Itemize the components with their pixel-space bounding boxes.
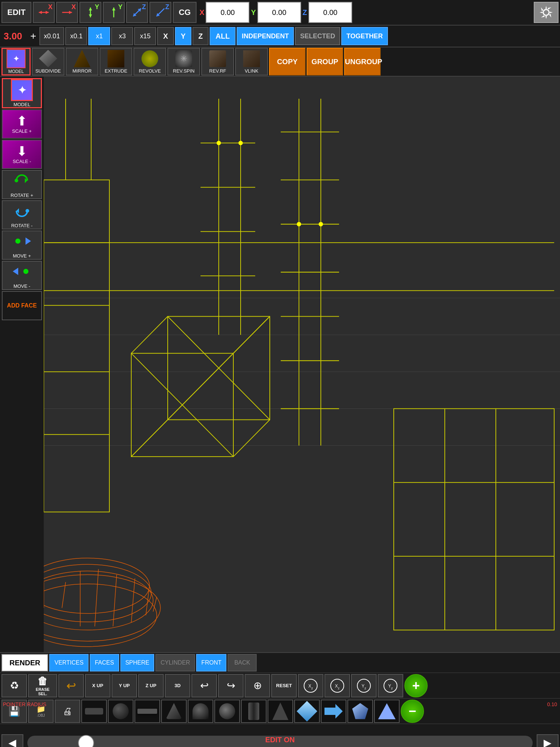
extrude-button[interactable]: EXTRUDE bbox=[100, 48, 132, 76]
move-plus-label: MOVE + bbox=[13, 253, 31, 259]
nav-right-button[interactable]: ▶ bbox=[537, 734, 559, 747]
viewport[interactable] bbox=[44, 77, 560, 652]
vlink-label: VLINK bbox=[245, 68, 258, 74]
copy-button[interactable]: COPY bbox=[269, 48, 306, 76]
mult-x01-button[interactable]: x0.1 bbox=[65, 27, 87, 45]
rotate-minus-button[interactable]: ROTATE - bbox=[2, 200, 42, 229]
value-plus-button[interactable]: + bbox=[28, 30, 38, 43]
shape-triangle-up-button[interactable] bbox=[374, 700, 400, 723]
shape-diamond-blue-button[interactable] bbox=[294, 700, 320, 723]
shape-sphere-black-button[interactable] bbox=[108, 700, 133, 723]
y-up-button[interactable]: Y UP bbox=[112, 674, 137, 697]
shape-cone-dark-button[interactable] bbox=[268, 700, 293, 723]
y-coord-input[interactable] bbox=[257, 2, 301, 23]
front-button[interactable]: FRONT bbox=[196, 654, 226, 671]
mirror-label: MIRROR bbox=[73, 68, 92, 74]
y-axis-pos-button[interactable]: Y bbox=[103, 2, 125, 23]
erase-sel-button[interactable]: 🗑 ERASESEL. bbox=[28, 674, 57, 697]
cg-button[interactable]: CG bbox=[173, 2, 197, 23]
green-minus-button[interactable]: − bbox=[401, 700, 424, 723]
add-face-label: ADD FACE bbox=[7, 302, 37, 309]
vlink-button[interactable]: VLINK bbox=[235, 48, 268, 76]
vertices-button[interactable]: VERTICES bbox=[49, 654, 89, 671]
shape-flat2-button[interactable] bbox=[135, 700, 160, 723]
mirror-button[interactable]: MIRROR bbox=[66, 48, 98, 76]
axis-y-button[interactable]: Y bbox=[175, 27, 191, 45]
settings-button[interactable] bbox=[534, 2, 559, 23]
print-button[interactable]: 🖨 bbox=[55, 700, 80, 723]
shape-cone-side-button[interactable] bbox=[161, 700, 187, 723]
svg-text:Yz: Yz bbox=[362, 684, 366, 690]
axis-x-button[interactable]: X bbox=[157, 27, 174, 45]
z-up-button[interactable]: Z UP bbox=[138, 674, 164, 697]
group-button[interactable]: GROUP bbox=[307, 48, 343, 76]
mult-x3-button[interactable]: x3 bbox=[111, 27, 133, 45]
move-cross-button[interactable]: ⊕ bbox=[245, 674, 270, 697]
top-toolbar: EDIT X X Y Y Z Z CG X Y Z bbox=[0, 0, 560, 26]
sphere-button[interactable]: SPHERE bbox=[120, 654, 155, 671]
3d-button[interactable]: 3D bbox=[165, 674, 190, 697]
svg-rect-24 bbox=[44, 77, 560, 652]
reset-button[interactable]: RESET bbox=[271, 674, 297, 697]
z-coord-input[interactable] bbox=[308, 2, 352, 23]
mult-x15-button[interactable]: x15 bbox=[134, 27, 156, 45]
svg-marker-21 bbox=[26, 237, 31, 245]
scale-plus-button[interactable]: ⬆ SCALE + bbox=[2, 109, 42, 139]
recycle-button[interactable]: ♻ bbox=[1, 674, 27, 697]
z-axis-pos-button[interactable]: Z bbox=[149, 2, 171, 23]
undo-button[interactable]: ↩ bbox=[191, 674, 217, 697]
rotate-minus-label: ROTATE - bbox=[11, 223, 33, 228]
shape-half-sphere-button[interactable] bbox=[188, 700, 213, 723]
second-toolbar: 3.00 + x0.01 x0.1 x1 x3 x15 X Y Z ALL IN… bbox=[0, 26, 560, 47]
ungroup-button[interactable]: UNGROUP bbox=[344, 48, 381, 76]
slider-thumb[interactable] bbox=[78, 735, 94, 747]
shape-gem-button[interactable] bbox=[347, 700, 373, 723]
svg-marker-23 bbox=[13, 268, 18, 275]
revspin-button[interactable]: ✳ REV.SPIN bbox=[167, 48, 200, 76]
x-axis-pos-button[interactable]: X bbox=[56, 2, 78, 23]
revrf-button[interactable]: REV.RF bbox=[201, 48, 234, 76]
x-up-button[interactable]: X UP bbox=[85, 674, 110, 697]
rotate-plus-button[interactable]: ROTATE + bbox=[2, 170, 42, 199]
x-coord-input[interactable] bbox=[206, 2, 249, 23]
cylinder-button[interactable]: CYLINDER bbox=[155, 654, 195, 671]
add-face-button[interactable]: ADD FACE bbox=[2, 291, 42, 320]
mode-selected-button[interactable]: SELECTED bbox=[295, 27, 340, 45]
y-axis-button[interactable]: Y bbox=[79, 2, 101, 23]
edit-button[interactable]: EDIT bbox=[1, 2, 31, 23]
svg-marker-9 bbox=[112, 8, 116, 11]
z-axis-neg-button[interactable]: Z bbox=[126, 2, 148, 23]
mult-x001-button[interactable]: x0.01 bbox=[39, 27, 64, 45]
axis-all-button[interactable]: ALL bbox=[210, 27, 236, 45]
shape-flat-button[interactable] bbox=[81, 700, 107, 723]
render-button[interactable]: RENDER bbox=[1, 654, 48, 671]
shape-cylinder-dark-button[interactable] bbox=[241, 700, 267, 723]
mode-independent-button[interactable]: INDEPENDENT bbox=[237, 27, 294, 45]
svg-text:Xz: Xz bbox=[335, 684, 340, 690]
move-minus-button[interactable]: MOVE - bbox=[2, 261, 42, 290]
move-plus-button[interactable]: MOVE + bbox=[2, 231, 42, 260]
model-button[interactable]: ✦ MODEL bbox=[2, 78, 42, 108]
rot-xz-button[interactable]: Xz bbox=[298, 674, 323, 697]
mode-together-button[interactable]: TOGETHER bbox=[341, 27, 388, 45]
rot-xz2-button[interactable]: Xz bbox=[324, 674, 350, 697]
undo-arrow-button[interactable]: ↩ bbox=[58, 674, 84, 697]
faces-button[interactable]: FACES bbox=[90, 654, 119, 671]
shape-sphere2-button[interactable] bbox=[214, 700, 240, 723]
axis-z-button[interactable]: Z bbox=[192, 27, 209, 45]
rot-yz-button[interactable]: Yz bbox=[351, 674, 377, 697]
mult-x1-button[interactable]: x1 bbox=[88, 27, 110, 45]
model-icon-button[interactable]: ✦ MODEL bbox=[1, 48, 31, 76]
nav-left-button[interactable]: ◀ bbox=[1, 734, 23, 747]
value-display: 3.00 bbox=[1, 30, 27, 43]
green-plus-button[interactable]: + bbox=[404, 674, 428, 697]
back-button[interactable]: BACK bbox=[228, 654, 257, 671]
rot-yz2-button[interactable]: Yz bbox=[378, 674, 403, 697]
x-axis-neg-button[interactable]: X bbox=[33, 2, 55, 23]
scale-minus-button[interactable]: ⬇ SCALE - bbox=[2, 140, 42, 169]
shape-arrow-blue-button[interactable] bbox=[321, 700, 346, 723]
redo-button[interactable]: ↪ bbox=[218, 674, 244, 697]
svg-point-15 bbox=[543, 9, 549, 15]
subdivide-button[interactable]: SUBDIVIDE bbox=[32, 48, 65, 76]
revolve-button[interactable]: REVOLVE bbox=[133, 48, 166, 76]
